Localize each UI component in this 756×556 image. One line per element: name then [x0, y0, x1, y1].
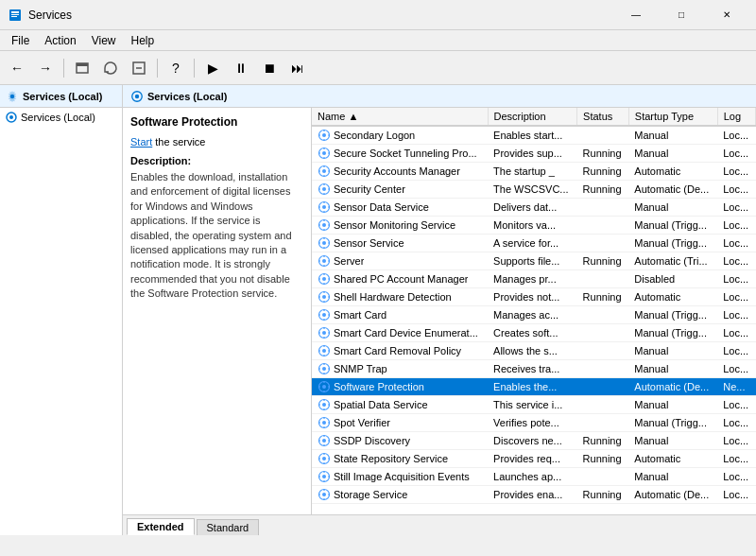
svg-point-61	[322, 277, 326, 281]
tree-item-services-local[interactable]: Services (Local)	[0, 108, 122, 127]
service-name-cell: Storage Service	[312, 486, 488, 504]
svg-point-73	[322, 313, 326, 317]
service-gear-icon	[318, 290, 331, 304]
menu-view[interactable]: View	[84, 32, 124, 49]
table-row[interactable]: Storage ServiceProvides ena...RunningAut…	[312, 486, 756, 504]
table-row[interactable]: ServerSupports file...RunningAutomatic (…	[312, 252, 756, 270]
col-header-status[interactable]: Status	[577, 108, 629, 126]
pause-service-button[interactable]: ⏸	[228, 55, 254, 81]
service-startup-type: Manual (Trigg...	[628, 414, 717, 432]
menu-bar: File Action View Help	[0, 30, 756, 51]
service-name-cell: Sensor Monitoring Service	[312, 217, 488, 235]
service-status	[577, 126, 629, 145]
service-name: Spot Verifier	[334, 417, 390, 428]
table-row[interactable]: Shell Hardware DetectionProvides not...R…	[312, 288, 756, 306]
export-button[interactable]	[126, 55, 152, 81]
svg-point-103	[322, 403, 326, 407]
restart-service-button[interactable]: ⏭	[284, 55, 311, 81]
right-header-icon	[130, 90, 144, 103]
table-row[interactable]: Security CenterThe WSCSVC...RunningAutom…	[312, 181, 756, 199]
info-start-line: Start the service	[130, 136, 303, 148]
col-header-startup[interactable]: Startup Type	[628, 108, 717, 126]
menu-action[interactable]: Action	[37, 32, 83, 49]
service-status	[577, 199, 629, 217]
maximize-button[interactable]: □	[660, 0, 703, 30]
service-logon: Loc...	[717, 252, 755, 270]
menu-help[interactable]: Help	[124, 32, 163, 49]
svg-point-127	[322, 475, 326, 478]
service-status	[577, 235, 629, 252]
col-header-name[interactable]: Name ▲	[312, 108, 488, 126]
service-status	[577, 342, 629, 360]
service-startup-type: Manual	[628, 199, 717, 217]
table-row[interactable]: Secure Socket Tunneling Pro...Provides s…	[312, 145, 756, 163]
minimize-button[interactable]: —	[614, 0, 658, 30]
service-description: Provides not...	[488, 288, 577, 306]
title-bar: Services — □ ✕	[0, 0, 756, 30]
tab-standard[interactable]: Standard	[197, 519, 260, 535]
service-logon: Loc...	[717, 145, 755, 163]
service-name-cell: Sensor Service	[312, 235, 488, 252]
service-gear-icon	[318, 129, 331, 142]
back-button[interactable]: ←	[4, 55, 30, 81]
svg-point-10	[9, 115, 13, 119]
table-row[interactable]: State Repository ServiceProvides req...R…	[312, 450, 756, 468]
close-button[interactable]: ✕	[705, 0, 748, 30]
start-link[interactable]: Start	[130, 136, 152, 148]
table-row[interactable]: Spatial Data ServiceThis service i...Man…	[312, 396, 756, 414]
service-name-cell: Sensor Data Service	[312, 199, 488, 217]
service-logon: Loc...	[717, 199, 755, 217]
service-status	[577, 360, 629, 378]
col-header-description[interactable]: Description	[488, 108, 577, 126]
service-description: Receives tra...	[488, 360, 577, 378]
service-name-cell: SSDP Discovery	[312, 432, 488, 450]
service-logon: Loc...	[717, 306, 755, 324]
start-service-button[interactable]: ▶	[199, 55, 226, 81]
table-row[interactable]: Sensor Data ServiceDelivers dat...Manual…	[312, 199, 756, 217]
table-row[interactable]: Smart Card Device Enumerat...Creates sof…	[312, 324, 756, 342]
service-startup-type: Disabled	[628, 270, 717, 288]
service-startup-type: Manual	[628, 126, 717, 145]
service-startup-type: Manual	[628, 468, 717, 486]
table-row[interactable]: Shared PC Account ManagerManages pr...Di…	[312, 270, 756, 288]
table-row[interactable]: Sensor Monitoring ServiceMonitors va...M…	[312, 217, 756, 235]
table-row[interactable]: SNMP TrapReceives tra...ManualLoc...	[312, 360, 756, 378]
table-row[interactable]: Sensor ServiceA service for...Manual (Tr…	[312, 235, 756, 252]
service-name-cell: Shared PC Account Manager	[312, 270, 488, 288]
show-hide-button[interactable]	[69, 55, 95, 81]
services-table-container[interactable]: Name ▲ Description Status Startup Type	[312, 108, 756, 514]
table-row[interactable]: Security Accounts ManagerThe startup _Ru…	[312, 163, 756, 181]
svg-point-13	[322, 133, 326, 137]
svg-point-19	[322, 151, 326, 155]
table-row[interactable]: Smart Card Removal PolicyAllows the s...…	[312, 342, 756, 360]
help-button[interactable]: ?	[163, 55, 189, 81]
service-name-cell: Smart Card Removal Policy	[312, 342, 488, 360]
refresh-button[interactable]	[97, 55, 124, 81]
table-row[interactable]: Secondary LogonEnables start...ManualLoc…	[312, 126, 756, 145]
service-description: Enables the...	[488, 378, 577, 396]
tab-extended[interactable]: Extended	[127, 518, 195, 535]
app-icon	[8, 8, 23, 23]
stop-service-button[interactable]: ⏹	[256, 55, 283, 81]
menu-file[interactable]: File	[4, 32, 37, 49]
left-panel-header: Services (Local)	[0, 85, 122, 108]
service-name-cell: Security Center	[312, 181, 488, 199]
table-row[interactable]: SSDP DiscoveryDiscovers ne...RunningManu…	[312, 432, 756, 450]
service-gear-icon	[318, 380, 331, 393]
table-row[interactable]: Software ProtectionEnables the...Automat…	[312, 378, 756, 396]
service-name-cell: Smart Card	[312, 306, 488, 324]
svg-point-121	[322, 457, 326, 460]
forward-button[interactable]: →	[32, 55, 59, 81]
service-logon: Loc...	[717, 342, 755, 360]
service-name-cell: Security Accounts Manager	[312, 163, 488, 181]
service-description: Provides ena...	[488, 486, 577, 504]
svg-point-67	[322, 295, 326, 299]
service-gear-icon	[318, 200, 331, 214]
table-row[interactable]: Still Image Acquisition EventsLaunches a…	[312, 468, 756, 486]
service-description: Supports file...	[488, 252, 577, 270]
table-row[interactable]: Spot VerifierVerifies pote...Manual (Tri…	[312, 414, 756, 432]
table-row[interactable]: Smart CardManages ac...Manual (Trigg...L…	[312, 306, 756, 324]
service-name: SSDP Discovery	[334, 435, 410, 446]
col-header-logon[interactable]: Log	[717, 108, 755, 126]
service-description: Provides req...	[488, 450, 577, 468]
